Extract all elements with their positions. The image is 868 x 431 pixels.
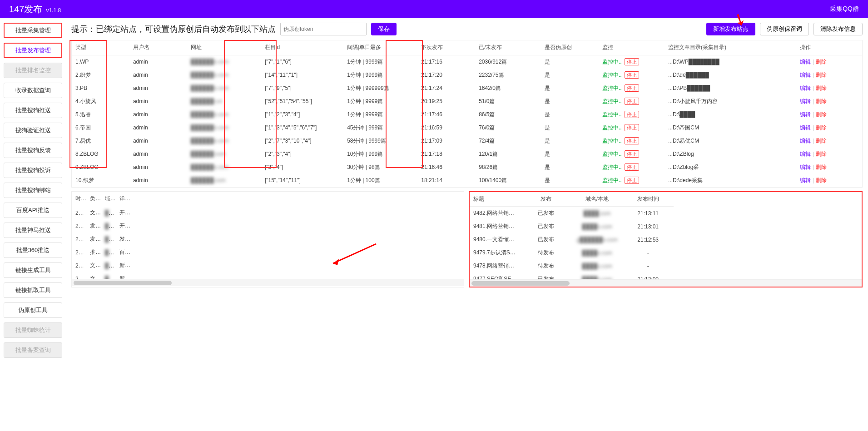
edit-link[interactable]: 编辑 [800, 59, 811, 65]
cell: 9481.网络营销与网络营销的差别米拓采集伪原创 [470, 220, 521, 233]
delete-link[interactable]: 删除 [816, 177, 827, 183]
delete-link[interactable]: 删除 [816, 111, 827, 118]
col-header: 监控 [599, 40, 665, 55]
cell: 监控中..停止 [599, 95, 665, 108]
sidebar-item-1[interactable]: 批量发布管理 [4, 43, 62, 58]
cell: ██████o.com [187, 82, 261, 95]
cell: 21:13:11 [623, 207, 674, 220]
cell: 是 [541, 161, 599, 174]
cell: ████o.com [571, 246, 622, 259]
toolbar: 提示：已绑定站点，可设置伪原创后自动发布到以下站点 保存 新增发布站点 伪原创保… [71, 23, 863, 35]
stop-button[interactable]: 停止 [625, 150, 639, 158]
sidebar-item-4[interactable]: 批量搜狗推送 [4, 103, 62, 118]
cell: 8.ZBLOG [72, 148, 129, 161]
stop-button[interactable]: 停止 [625, 71, 639, 79]
edit-link[interactable]: 编辑 [800, 177, 811, 183]
publish-panel: 标题发布域名/本地发布时间 9482.网络营销与网络营销有番公室别_迅睿采集系统… [469, 191, 863, 288]
cell: 1分钟 | 100篇 [343, 174, 417, 187]
app-title: 147发布 [9, 3, 42, 15]
delete-link[interactable]: 删除 [816, 85, 827, 91]
table-row: 7.易优admin██████o.com["2","7","3","10","4… [72, 134, 862, 148]
qq-group-link[interactable]: 采集QQ群 [830, 5, 859, 13]
sidebar-item-14[interactable]: 伪原创工具 [4, 302, 62, 318]
cell: ████.com [571, 207, 622, 220]
edit-link[interactable]: 编辑 [800, 138, 811, 144]
stop-button[interactable]: 停止 [625, 163, 639, 171]
monitor-status: 监控中.. [602, 84, 622, 92]
cell: ["2","3","4"] [261, 148, 343, 161]
sidebar-item-13[interactable]: 链接抓取工具 [4, 282, 62, 298]
clear-info-button[interactable]: 清除发布信息 [813, 23, 863, 35]
sidebar-item-16: 批量备案查询 [4, 342, 62, 358]
table-row: 2.织梦admin██████o.com["14","11","1"]1分钟 |… [72, 69, 862, 82]
scrollbar[interactable] [470, 279, 862, 287]
sidebar-item-12[interactable]: 链接生成工具 [4, 263, 62, 278]
domain-blurred: ██████i.cn [191, 98, 223, 104]
cell: 是 [541, 121, 599, 134]
cell: - [623, 246, 674, 259]
domain-blurred: ██████o.com [191, 111, 229, 118]
cell: 21:27:54 [72, 233, 86, 246]
delete-link[interactable]: 删除 [816, 72, 827, 78]
sidebar-item-8[interactable]: 批量搜狗绑站 [4, 183, 62, 198]
col-header: 详情 [116, 192, 130, 206]
cell: ["1","3","4","5","6","7"] [261, 121, 343, 134]
sidebar-item-2: 批量排名监控 [4, 63, 62, 78]
cell: ...D:\████ [665, 108, 796, 121]
col-header: 域名/本地 [571, 192, 622, 207]
edit-link[interactable]: 编辑 [800, 72, 811, 78]
sidebar-item-11[interactable]: 批量360推送 [4, 243, 62, 258]
edit-link[interactable]: 编辑 [800, 111, 811, 118]
delete-link[interactable]: 删除 [816, 98, 827, 104]
add-site-button[interactable]: 新增发布站点 [706, 23, 755, 35]
sidebar-item-5[interactable]: 搜狗验证推送 [4, 123, 62, 138]
cell: 10.织梦 [72, 174, 129, 187]
save-button[interactable]: 保存 [371, 23, 397, 35]
stop-button[interactable]: 停止 [625, 98, 639, 105]
col-header: 是否伪原创 [541, 40, 599, 55]
cell: 编辑|删除 [796, 95, 862, 108]
col-header: 栏目id [261, 40, 343, 55]
stop-button[interactable]: 停止 [625, 111, 639, 118]
delete-link[interactable]: 删除 [816, 151, 827, 157]
cell: 开始伪原创:网站优化一般多少钱 [116, 206, 130, 219]
sidebar-item-10[interactable]: 批量神马推送 [4, 223, 62, 238]
delete-link[interactable]: 删除 [816, 164, 827, 170]
cell: 已发布 [521, 233, 571, 246]
sidebar-item-7[interactable]: 批量搜狗投诉 [4, 163, 62, 178]
domain-blurred: ██████o.com [191, 59, 229, 65]
domain-blurred: ██████o.com [191, 72, 229, 78]
stop-button[interactable]: 停止 [625, 124, 639, 131]
edit-link[interactable]: 编辑 [800, 151, 811, 157]
edit-link[interactable]: 编辑 [800, 85, 811, 91]
scrollbar[interactable] [72, 279, 464, 286]
sidebar-item-6[interactable]: 批量搜狗反馈 [4, 143, 62, 158]
cell: 编辑|删除 [796, 148, 862, 161]
monitor-status: 监控中.. [602, 163, 622, 171]
cell: 编辑|删除 [796, 134, 862, 148]
token-input[interactable] [280, 23, 367, 35]
sidebar-item-0[interactable]: 批量采集管理 [4, 23, 62, 38]
monitor-status: 监控中.. [602, 111, 622, 119]
cell: 1.WP [72, 55, 129, 69]
cell: 编辑|删除 [796, 161, 862, 174]
sidebar-item-9[interactable]: 百度API推送 [4, 203, 62, 218]
stop-button[interactable]: 停止 [625, 84, 639, 92]
cell: 是 [541, 134, 599, 148]
edit-link[interactable]: 编辑 [800, 164, 811, 170]
delete-link[interactable]: 删除 [816, 138, 827, 144]
delete-link[interactable]: 删除 [816, 59, 827, 65]
delete-link[interactable]: 删除 [816, 124, 827, 131]
cell: ...D:\小旋风千万内容 [665, 95, 796, 108]
cell: 86/5篇 [475, 108, 541, 121]
keep-words-button[interactable]: 伪原创保留词 [760, 23, 809, 35]
stop-button[interactable]: 停止 [625, 177, 639, 184]
cell: ...D:\WP████████ [665, 55, 796, 69]
sidebar-item-3[interactable]: 收录数据查询 [4, 83, 62, 98]
edit-link[interactable]: 编辑 [800, 98, 811, 104]
monitor-status: 监控中.. [602, 98, 622, 105]
cell: 76/0篇 [475, 121, 541, 134]
edit-link[interactable]: 编辑 [800, 124, 811, 131]
stop-button[interactable]: 停止 [625, 137, 639, 144]
stop-button[interactable]: 停止 [625, 58, 639, 65]
